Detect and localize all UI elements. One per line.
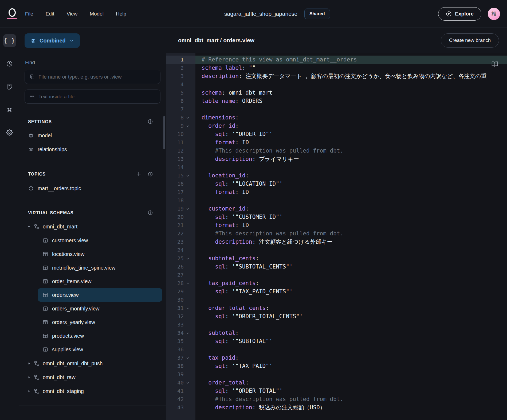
gutter[interactable]: 32 [166, 312, 195, 321]
code-line-24[interactable]: 24 [166, 246, 507, 254]
code-line-16[interactable]: 16 sql: '"LOCATION_ID"' [166, 180, 507, 188]
file-search-input[interactable] [38, 74, 156, 80]
menu-view[interactable]: View [66, 11, 77, 17]
topic-item-mart-orders-topic[interactable]: mart__orders.topic [19, 181, 166, 195]
gutter[interactable]: 36 [166, 345, 195, 354]
code-line-3[interactable]: 3description: 注文概要データマート 。顧客の最初の注文かどうか、食… [166, 72, 507, 80]
code-line-9[interactable]: 9 order_id: [166, 122, 507, 130]
gutter[interactable]: 20 [166, 213, 195, 221]
caret-right-icon[interactable] [27, 376, 31, 379]
gutter[interactable]: 8 [166, 114, 195, 122]
code-line-12[interactable]: 12 #This description was pulled from dbt… [166, 147, 507, 155]
code-line-35[interactable]: 35 sql: '"SUBTOTAL"' [166, 337, 507, 345]
gutter[interactable]: 4 [166, 80, 195, 89]
menu-model[interactable]: Model [90, 11, 104, 17]
fold-chevron-icon[interactable] [186, 381, 190, 385]
schema-view-products-view[interactable]: products.view [38, 329, 162, 343]
fold-chevron-icon[interactable] [186, 116, 190, 120]
rail-item-model-ide[interactable]: { } [3, 34, 16, 47]
code-line-5[interactable]: 5schema: omni_dbt_mart [166, 89, 507, 97]
menu-edit[interactable]: Edit [46, 11, 54, 17]
gutter[interactable]: 38 [166, 362, 195, 370]
schema-group-omni-dbt-raw[interactable]: omni_dbt_raw [19, 370, 166, 384]
gutter[interactable]: 5 [166, 89, 195, 97]
gutter[interactable]: 7 [166, 105, 195, 114]
code-line-23[interactable]: 23 description: 注文顧客と紐づける外部キー [166, 238, 507, 246]
plus-icon[interactable] [136, 171, 142, 177]
gutter[interactable]: 1 [166, 56, 195, 64]
fold-chevron-icon[interactable] [186, 174, 190, 178]
code-line-4[interactable]: 4 [166, 80, 507, 89]
code-editor[interactable]: 1# Reference this view as omni_dbt_mart_… [166, 53, 507, 420]
code-line-41[interactable]: 41 sql: '"ORDER_TOTAL"' [166, 387, 507, 395]
gutter[interactable]: 9 [166, 122, 195, 130]
settings-item-relationships[interactable]: relationships [19, 142, 166, 156]
code-line-34[interactable]: 34 subtotal: [166, 329, 507, 337]
add-topic-icon-slot[interactable] [136, 171, 142, 177]
info-icon[interactable] [148, 119, 153, 124]
code-line-39[interactable]: 39 [166, 370, 507, 379]
schema-view-supplies-view[interactable]: supplies.view [38, 343, 162, 356]
explore-button[interactable]: Explore [438, 7, 481, 21]
code-line-26[interactable]: 26 sql: '"SUBTOTAL_CENTS"' [166, 263, 507, 271]
code-line-20[interactable]: 20 sql: '"CUSTOMER_ID"' [166, 213, 507, 221]
code-line-37[interactable]: 37 tax_paid: [166, 354, 507, 362]
gutter[interactable]: 16 [166, 180, 195, 188]
shared-badge[interactable]: Shared [304, 9, 330, 19]
code-line-43[interactable]: 43 description: 税込みの注文総額（USD） [166, 403, 507, 412]
schema-view-orders-yearly-view[interactable]: orders_yearly.view [38, 316, 162, 329]
gutter[interactable]: 40 [166, 379, 195, 387]
schema-group-omni-dbt-omni-dbt-push[interactable]: omni_dbt_omni_dbt_push [19, 356, 166, 370]
code-line-6[interactable]: 6table_name: ORDERS [166, 97, 507, 105]
fold-chevron-icon[interactable] [186, 282, 190, 285]
gutter[interactable]: 27 [166, 271, 195, 279]
schema-group-omni-dbt-mart[interactable]: omni_dbt_mart [19, 220, 166, 234]
gutter[interactable]: 25 [166, 254, 195, 263]
code-line-21[interactable]: 21 format: ID [166, 221, 507, 230]
schema-view-order-items-view[interactable]: order_items.view [38, 275, 162, 288]
omni-logo[interactable] [7, 8, 17, 19]
info-icon-slot[interactable] [148, 119, 153, 124]
gutter[interactable]: 14 [166, 163, 195, 172]
gutter[interactable]: 11 [166, 138, 195, 147]
code-line-30[interactable]: 30 [166, 296, 507, 304]
code-line-2[interactable]: 2schema_label: "" [166, 64, 507, 72]
branch-selector-button[interactable]: Combined [25, 33, 80, 48]
gutter[interactable]: 6 [166, 97, 195, 105]
settings-item-model[interactable]: model [19, 129, 166, 142]
gutter[interactable]: 31 [166, 304, 195, 312]
menu-help[interactable]: Help [116, 11, 126, 17]
gutter[interactable]: 43 [166, 403, 195, 412]
code-line-38[interactable]: 38 sql: '"TAX_PAID"' [166, 362, 507, 370]
gutter[interactable]: 15 [166, 172, 195, 180]
gutter[interactable]: 21 [166, 221, 195, 230]
text-search-field[interactable] [25, 90, 160, 104]
schema-group-omni-dbt-staging[interactable]: omni_dbt_staging [19, 384, 166, 398]
gutter[interactable]: 10 [166, 130, 195, 138]
code-line-32[interactable]: 32 sql: '"ORDER_TOTAL_CENTS"' [166, 312, 507, 321]
code-line-10[interactable]: 10 sql: '"ORDER_ID"' [166, 130, 507, 138]
gutter[interactable]: 41 [166, 387, 195, 395]
code-line-28[interactable]: 28 tax_paid_cents: [166, 279, 507, 287]
gutter[interactable]: 30 [166, 296, 195, 304]
fold-chevron-icon[interactable] [186, 306, 190, 310]
gutter[interactable]: 33 [166, 321, 195, 329]
gutter[interactable]: 29 [166, 287, 195, 296]
code-line-7[interactable]: 7 [166, 105, 507, 114]
menu-file[interactable]: File [25, 11, 33, 17]
gutter[interactable]: 37 [166, 354, 195, 362]
code-line-11[interactable]: 11 format: ID [166, 138, 507, 147]
gutter[interactable]: 17 [166, 188, 195, 196]
rail-item-dbt[interactable] [3, 103, 16, 116]
gutter[interactable]: 24 [166, 246, 195, 254]
gutter[interactable]: 13 [166, 155, 195, 163]
avatar[interactable]: 相 [488, 8, 500, 20]
code-line-40[interactable]: 40 order_total: [166, 379, 507, 387]
rail-item-content-validator[interactable] [3, 80, 16, 93]
gutter[interactable]: 39 [166, 370, 195, 379]
schema-view-metricflow-time-spine-view[interactable]: metricflow_time_spine.view [38, 261, 162, 274]
caret-right-icon[interactable] [27, 390, 31, 393]
code-line-18[interactable]: 18 [166, 196, 507, 205]
code-line-27[interactable]: 27 [166, 271, 507, 279]
file-search-field[interactable] [25, 70, 160, 84]
